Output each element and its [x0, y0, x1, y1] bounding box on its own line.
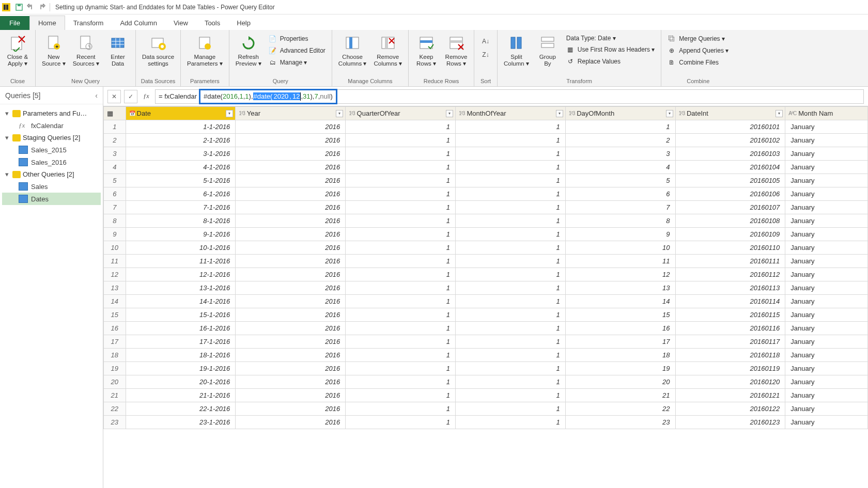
cell-month[interactable]: 1	[455, 389, 565, 402]
row-number[interactable]: 1	[104, 120, 126, 134]
cell-monthname[interactable]: January	[785, 281, 868, 295]
cell-dateint[interactable]: 20160120	[675, 375, 785, 389]
collapse-sidebar-button[interactable]: ‹	[95, 91, 98, 100]
cell-quarter[interactable]: 1	[346, 174, 456, 187]
row-number[interactable]: 6	[104, 187, 126, 201]
cell-dateint[interactable]: 20160110	[675, 241, 785, 255]
cell-dateint[interactable]: 20160113	[675, 281, 785, 295]
col-dateint[interactable]: 1²3DateInt▾	[675, 107, 785, 120]
append-queries-button[interactable]: ⊕Append Queries ▾	[664, 45, 732, 56]
row-number[interactable]: 23	[104, 416, 126, 429]
cell-year[interactable]: 2016	[236, 241, 346, 255]
cell-date[interactable]: 8-1-2016	[126, 214, 236, 228]
cell-date[interactable]: 20-1-2016	[126, 375, 236, 389]
cell-dateint[interactable]: 20160102	[675, 134, 785, 147]
table-row[interactable]: 2 2-1-2016 2016 1 1 2 20160102 January	[104, 134, 868, 147]
cell-day[interactable]: 3	[565, 147, 675, 161]
table-row[interactable]: 1 1-1-2016 2016 1 1 1 20160101 January	[104, 120, 868, 134]
cell-quarter[interactable]: 1	[346, 322, 456, 335]
cell-day[interactable]: 20	[565, 375, 675, 389]
cell-day[interactable]: 14	[565, 295, 675, 308]
cell-monthname[interactable]: January	[785, 335, 868, 349]
table-row[interactable]: 13 13-1-2016 2016 1 1 13 20160113 Januar…	[104, 281, 868, 295]
data-type-button[interactable]: Data Type: Date ▾	[563, 33, 658, 43]
cell-day[interactable]: 4	[565, 161, 675, 174]
cancel-formula-button[interactable]: ✕	[107, 90, 121, 103]
remove-rows-button[interactable]: Remove Rows ▾	[442, 32, 471, 69]
row-number[interactable]: 21	[104, 389, 126, 402]
table-row[interactable]: 23 23-1-2016 2016 1 1 23 20160123 Januar…	[104, 416, 868, 429]
cell-quarter[interactable]: 1	[346, 416, 456, 429]
close-apply-button[interactable]: Close & Apply ▾	[3, 32, 32, 69]
row-number[interactable]: 3	[104, 147, 126, 161]
cell-monthname[interactable]: January	[785, 389, 868, 402]
row-number[interactable]: 7	[104, 201, 126, 214]
cell-dateint[interactable]: 20160123	[675, 416, 785, 429]
cell-year[interactable]: 2016	[236, 416, 346, 429]
cell-monthname[interactable]: January	[785, 134, 868, 147]
row-number[interactable]: 18	[104, 349, 126, 362]
cell-year[interactable]: 2016	[236, 214, 346, 228]
redo-icon[interactable]	[38, 3, 46, 11]
corner-cell[interactable]: ▦	[104, 107, 126, 120]
cell-date[interactable]: 2-1-2016	[126, 134, 236, 147]
cell-dateint[interactable]: 20160107	[675, 201, 785, 214]
cell-month[interactable]: 1	[455, 161, 565, 174]
row-number[interactable]: 16	[104, 322, 126, 335]
cell-monthname[interactable]: January	[785, 147, 868, 161]
cell-date[interactable]: 15-1-2016	[126, 308, 236, 322]
advanced-editor-button[interactable]: 📝Advanced Editor	[266, 45, 329, 56]
cell-month[interactable]: 1	[455, 187, 565, 201]
sort-asc-button[interactable]: A↓	[481, 36, 491, 46]
cell-monthname[interactable]: January	[785, 416, 868, 429]
cell-date[interactable]: 7-1-2016	[126, 201, 236, 214]
cell-quarter[interactable]: 1	[346, 281, 456, 295]
cell-month[interactable]: 1	[455, 295, 565, 308]
col-month[interactable]: 1²3MonthOfYear▾	[455, 107, 565, 120]
cell-quarter[interactable]: 1	[346, 362, 456, 375]
cell-quarter[interactable]: 1	[346, 147, 456, 161]
table-row[interactable]: 16 16-1-2016 2016 1 1 16 20160116 Januar…	[104, 322, 868, 335]
cell-dateint[interactable]: 20160101	[675, 120, 785, 134]
cell-year[interactable]: 2016	[236, 281, 346, 295]
recent-sources-button[interactable]: Recent Sources ▾	[70, 32, 102, 69]
cell-dateint[interactable]: 20160116	[675, 322, 785, 335]
row-number[interactable]: 4	[104, 161, 126, 174]
cell-month[interactable]: 1	[455, 268, 565, 281]
cell-quarter[interactable]: 1	[346, 187, 456, 201]
filter-icon[interactable]: ▾	[666, 110, 673, 117]
cell-monthname[interactable]: January	[785, 402, 868, 416]
cell-day[interactable]: 13	[565, 281, 675, 295]
cell-day[interactable]: 22	[565, 402, 675, 416]
row-number[interactable]: 13	[104, 281, 126, 295]
cell-quarter[interactable]: 1	[346, 349, 456, 362]
row-number[interactable]: 14	[104, 295, 126, 308]
table-row[interactable]: 9 9-1-2016 2016 1 1 9 20160109 January	[104, 228, 868, 241]
cell-month[interactable]: 1	[455, 349, 565, 362]
group-by-button[interactable]: Group By	[533, 32, 562, 69]
table-row[interactable]: 12 12-1-2016 2016 1 1 12 20160112 Januar…	[104, 268, 868, 281]
cell-dateint[interactable]: 20160114	[675, 295, 785, 308]
cell-date[interactable]: 1-1-2016	[126, 120, 236, 134]
row-number[interactable]: 17	[104, 335, 126, 349]
cell-date[interactable]: 6-1-2016	[126, 187, 236, 201]
cell-monthname[interactable]: January	[785, 362, 868, 375]
cell-day[interactable]: 8	[565, 214, 675, 228]
cell-monthname[interactable]: January	[785, 201, 868, 214]
choose-columns-button[interactable]: Choose Columns ▾	[335, 32, 370, 69]
cell-year[interactable]: 2016	[236, 322, 346, 335]
cell-dateint[interactable]: 20160121	[675, 389, 785, 402]
cell-monthname[interactable]: January	[785, 241, 868, 255]
cell-quarter[interactable]: 1	[346, 335, 456, 349]
filter-icon[interactable]: ▾	[776, 110, 783, 117]
cell-date[interactable]: 22-1-2016	[126, 402, 236, 416]
cell-date[interactable]: 16-1-2016	[126, 322, 236, 335]
cell-quarter[interactable]: 1	[346, 120, 456, 134]
row-number[interactable]: 8	[104, 214, 126, 228]
filter-icon[interactable]: ▾	[336, 110, 343, 117]
cell-quarter[interactable]: 1	[346, 268, 456, 281]
refresh-preview-button[interactable]: Refresh Preview ▾	[233, 32, 265, 69]
cell-dateint[interactable]: 20160122	[675, 402, 785, 416]
col-year[interactable]: 1²3Year▾	[236, 107, 346, 120]
cell-day[interactable]: 23	[565, 416, 675, 429]
